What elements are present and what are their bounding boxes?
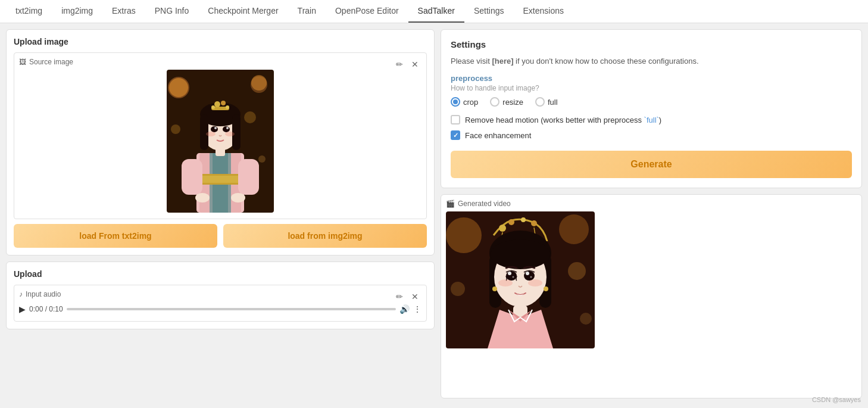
preprocess-label: preprocess	[451, 74, 852, 83]
svg-point-58	[524, 271, 535, 281]
left-panel: Upload image 🖼 Source image ✏ ✕	[6, 29, 435, 398]
audio-volume-button[interactable]: 🔊	[399, 304, 410, 314]
svg-point-36	[559, 214, 589, 244]
remove-head-motion-row: Remove head motion (works better with pr…	[451, 115, 852, 124]
generate-button[interactable]: Generate	[451, 151, 852, 178]
svg-point-29	[225, 132, 235, 136]
checkmark-icon: ✓	[453, 132, 458, 139]
svg-rect-31	[238, 159, 259, 195]
tab-settings[interactable]: Settings	[464, 0, 514, 23]
svg-point-67	[544, 286, 548, 291]
svg-point-59	[508, 272, 511, 275]
svg-point-62	[530, 276, 532, 278]
svg-point-61	[513, 276, 514, 278]
tab-openpose-editor[interactable]: OpenPose Editor	[326, 0, 408, 23]
svg-point-38	[451, 282, 465, 296]
radio-crop-circle	[451, 97, 460, 107]
radio-crop[interactable]: crop	[451, 97, 478, 107]
source-image-label: 🖼 Source image	[19, 58, 421, 66]
tab-train[interactable]: Train	[288, 0, 326, 23]
svg-point-7	[251, 75, 267, 91]
face-enhancement-row: ✓ Face enhancement	[451, 130, 852, 140]
svg-point-24	[211, 126, 218, 132]
radio-full-circle	[535, 97, 545, 107]
generated-video-panel: 🎬 Generated video	[441, 194, 862, 398]
here-link[interactable]: [here]	[492, 57, 513, 66]
svg-point-5	[258, 155, 266, 163]
svg-point-26	[214, 127, 217, 129]
tab-img2img[interactable]: img2img	[52, 0, 102, 23]
radio-resize[interactable]: resize	[490, 97, 523, 107]
tab-extras[interactable]: Extras	[102, 0, 145, 23]
audio-play-button[interactable]: ▶	[19, 304, 26, 314]
music-icon: ♪	[19, 290, 23, 298]
right-panel: Settings Please visit [here] if you don'…	[441, 29, 862, 398]
remove-audio-button[interactable]: ✕	[408, 290, 421, 303]
audio-more-button[interactable]: ⋮	[413, 304, 421, 314]
tab-txt2img[interactable]: txt2img	[6, 0, 52, 23]
svg-point-3	[244, 111, 256, 123]
top-nav: txt2img img2img Extras PNG Info Checkpoi…	[0, 0, 868, 23]
load-from-img2img-button[interactable]: load from img2img	[223, 224, 427, 248]
audio-time: 0:00 / 0:10	[29, 305, 63, 313]
radio-resize-circle	[490, 97, 499, 107]
radio-crop-label: crop	[463, 98, 478, 107]
remove-image-button[interactable]: ✕	[408, 58, 421, 71]
tab-png-info[interactable]: PNG Info	[145, 0, 199, 23]
svg-point-27	[226, 127, 229, 129]
preprocess-hint: How to handle input image?	[451, 84, 852, 92]
image-preview-container	[19, 70, 421, 214]
radio-full[interactable]: full	[535, 97, 558, 107]
svg-point-25	[223, 126, 230, 132]
settings-panel: Settings Please visit [here] if you don'…	[441, 29, 862, 188]
svg-point-41	[508, 219, 514, 225]
generated-video-label: 🎬 Generated video	[446, 200, 857, 208]
upload-image-panel: Upload image 🖼 Source image ✏ ✕	[6, 29, 435, 256]
upload-image-box: 🖼 Source image ✏ ✕	[14, 52, 427, 219]
svg-point-37	[568, 262, 586, 280]
upload-image-controls: ✏ ✕	[393, 58, 421, 71]
svg-point-23	[226, 105, 229, 109]
svg-rect-18	[232, 114, 241, 150]
image-placeholder-icon: 🖼	[19, 58, 26, 66]
edit-image-button[interactable]: ✏	[393, 58, 406, 71]
tab-extensions[interactable]: Extensions	[513, 0, 573, 23]
svg-point-20	[214, 101, 220, 107]
remove-head-motion-checkbox[interactable]	[451, 115, 460, 124]
preprocess-radio-group: crop resize full	[451, 97, 852, 107]
svg-point-57	[506, 271, 517, 281]
audio-progress-bar[interactable]	[67, 308, 396, 310]
face-enhancement-checkbox[interactable]: ✓	[451, 130, 460, 140]
audio-edit-controls: ✏ ✕	[393, 290, 421, 303]
svg-point-66	[492, 286, 497, 291]
video-icon: 🎬	[446, 200, 455, 208]
watermark: CSDN @sawyes	[812, 396, 861, 403]
svg-point-42	[521, 217, 526, 222]
tab-sadtalker[interactable]: SadTalker	[408, 0, 464, 23]
radio-resize-label: resize	[502, 98, 523, 107]
radio-full-label: full	[548, 98, 558, 107]
svg-point-4	[171, 124, 180, 134]
main-layout: Upload image 🖼 Source image ✏ ✕	[0, 23, 868, 404]
svg-rect-13	[199, 176, 241, 183]
svg-rect-17	[200, 114, 208, 150]
load-buttons: load From txt2img load from img2img	[14, 224, 427, 248]
upload-panel-title: Upload	[14, 269, 427, 279]
tab-checkpoint-merger[interactable]: Checkpoint Merger	[198, 0, 288, 23]
remove-head-motion-label: Remove head motion (works better with pr…	[465, 116, 661, 124]
svg-rect-30	[182, 159, 202, 195]
audio-box: ♪ Input audio ✏ ✕ ▶ 0:00 / 0:10 🔊 ⋮	[14, 285, 427, 322]
svg-point-60	[526, 272, 529, 275]
edit-audio-button[interactable]: ✏	[393, 290, 406, 303]
info-text: Please visit [here] if you don't know ho…	[451, 57, 852, 66]
svg-point-63	[498, 279, 513, 286]
svg-point-33	[231, 193, 245, 203]
audio-player: ▶ 0:00 / 0:10 🔊 ⋮	[19, 302, 421, 316]
generated-video-preview	[446, 211, 595, 348]
load-from-txt2img-button[interactable]: load From txt2img	[14, 224, 217, 248]
svg-point-64	[528, 279, 542, 286]
svg-point-40	[499, 225, 506, 232]
svg-point-6	[169, 78, 188, 97]
svg-point-43	[531, 220, 537, 226]
face-enhancement-label: Face enhancement	[465, 131, 531, 140]
